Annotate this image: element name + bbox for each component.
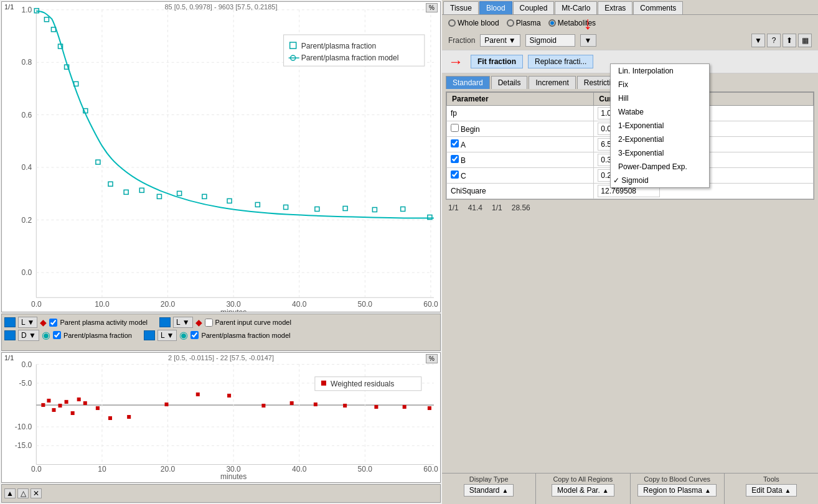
tab-coupled[interactable]: Coupled [513,1,555,14]
input-curve-check[interactable] [205,319,213,327]
question-icon[interactable]: ? [767,34,781,47]
radio-whole-blood[interactable]: Whole blood [448,19,499,27]
svg-rect-46 [372,207,377,212]
radio-plasma[interactable]: Plasma [507,19,541,27]
grid-icon[interactable]: ▦ [798,34,812,47]
chart-title: 85 [0.5, 0.9978] - 9603 [57.5, 0.2185] [164,3,277,11]
svg-rect-28 [44,17,49,22]
tab-comments[interactable]: Comments [633,1,683,14]
info-val1: 1/1 [448,203,459,212]
replace-fraction-button[interactable]: Replace fracti... [528,55,593,68]
model-dropdown-menu: Lin. Interpolation Fix Hill Watabe 1-Exp… [610,63,710,188]
input-curve-label: Parent input curve model [215,319,291,326]
svg-text:-5.0: -5.0 [19,379,32,388]
b-checkbox[interactable] [451,155,459,163]
sub-tab-standard[interactable]: Standard [446,76,490,89]
color-btn-3[interactable] [159,317,171,327]
model-dropdown-display: Sigmoid [525,34,575,47]
color-btn-2[interactable] [4,330,16,340]
radio-dot-whole-blood [448,19,456,27]
red-arrow-1: ↑ [583,16,592,35]
tools-value[interactable]: Edit Data ▲ [746,484,796,497]
tab-extras[interactable]: Extras [598,1,632,14]
svg-text:-10.0: -10.0 [15,422,32,431]
dropdown-hill[interactable]: Hill [611,91,709,105]
svg-text:20.0: 20.0 [161,465,176,474]
svg-text:0.0: 0.0 [22,268,32,277]
svg-rect-40 [202,194,207,198]
display-type-value[interactable]: Standard ▲ [464,484,514,497]
plasma-fraction-model-check[interactable] [190,331,199,339]
radio-row: Whole blood Plasma Metabolites [442,15,818,31]
param-name-a: A [447,137,594,152]
fraction-label: Fraction [448,36,475,45]
param-name-b: B [447,152,594,168]
info-val2c: 28.56 [512,203,530,212]
svg-rect-38 [157,194,161,198]
svg-text:0.0: 0.0 [22,360,32,369]
fit-fraction-button[interactable]: Fit fraction [471,55,523,68]
c-checkbox[interactable] [451,170,459,179]
sub-tab-details[interactable]: Details [491,76,528,89]
svg-rect-96 [343,404,347,408]
dropdown-1exp[interactable]: 1-Exponential [611,119,709,133]
chart-zoom-button[interactable]: % [426,3,438,12]
upload-icon[interactable]: ⬆ [783,34,796,47]
parent-dropdown[interactable]: Parent ▼ [480,34,520,47]
info-row: 1/1 41.4 1/1 28.56 [442,202,818,213]
svg-text:40.0: 40.0 [292,300,307,309]
svg-rect-92 [227,394,231,398]
dropdown-3exp[interactable]: 3-Exponential [611,146,709,160]
copy-all-label: Copy to All Regions [553,475,613,483]
tab-mtcarlo[interactable]: Mt-Carlo [555,1,597,14]
svg-rect-91 [196,393,200,396]
dropdown-watabe[interactable]: Watabe [611,105,709,119]
residuals-title: 2 [0.5, -0.0115] - 22 [57.5, -0.0147] [168,354,274,362]
param-name-begin: Begin [447,121,594,137]
copy-blood-value[interactable]: Region to Plasma ▲ [637,484,717,497]
filter-icon[interactable]: ▼ [751,34,765,47]
svg-text:minutes: minutes [220,308,247,312]
dropdown-2exp[interactable]: 2-Exponential [611,133,709,146]
dropdown-l1[interactable]: L ▼ [18,317,37,328]
svg-rect-79 [41,403,45,407]
param-col-header: Parameter [447,93,594,106]
residuals-zoom-button[interactable]: % [426,354,438,363]
dropdown-sigmoid[interactable]: ✓ Sigmoid [611,174,709,187]
dropdown-lin-interp[interactable]: Lin. Interpolation [611,64,709,78]
main-chart: 1.0 0.8 0.6 0.4 0.2 0.0 0.0 10.0 20.0 30… [2,2,440,312]
dropdown-l4[interactable]: L ▼ [157,330,177,341]
svg-rect-81 [52,408,55,412]
svg-text:40.0: 40.0 [292,465,307,474]
begin-checkbox[interactable] [451,124,459,132]
svg-rect-93 [261,404,265,408]
svg-rect-41 [227,198,232,203]
tab-blood[interactable]: Blood [479,1,512,14]
nav-up[interactable]: △ [17,488,29,498]
sub-tab-increment[interactable]: Increment [529,76,575,89]
color-btn-1[interactable] [4,317,16,327]
svg-rect-99 [428,406,431,410]
tab-tissue[interactable]: Tissue [443,1,479,14]
dropdown-fix[interactable]: Fix [611,78,709,91]
copy-all-value[interactable]: Model & Par. ▲ [552,484,614,497]
svg-rect-87 [96,406,100,410]
a-checkbox[interactable] [451,139,459,147]
dropdown-l3[interactable]: L ▼ [173,317,192,328]
svg-text:10.0: 10.0 [95,300,110,309]
nav-prev[interactable]: ▲ [4,488,16,498]
nav-close[interactable]: ✕ [31,488,42,498]
main-tabs: Tissue Blood Coupled Mt-Carlo Extras Com… [442,0,818,15]
svg-text:10: 10 [98,465,106,474]
svg-text:60.0: 60.0 [423,465,438,474]
color-btn-4[interactable] [144,330,155,340]
model-arrow-dropdown[interactable]: ▼ [580,34,596,47]
svg-rect-82 [59,404,62,408]
dropdown-l2[interactable]: D ▼ [18,330,39,341]
plasma-fraction-check[interactable] [53,331,61,339]
svg-rect-101 [321,381,326,386]
svg-text:0.8: 0.8 [22,58,32,67]
dropdown-power-damped[interactable]: Power-Damped Exp. [611,160,709,174]
toolbar-icons: ▼ ? ⬆ ▦ [751,34,812,47]
activity-model-check[interactable] [49,319,57,327]
